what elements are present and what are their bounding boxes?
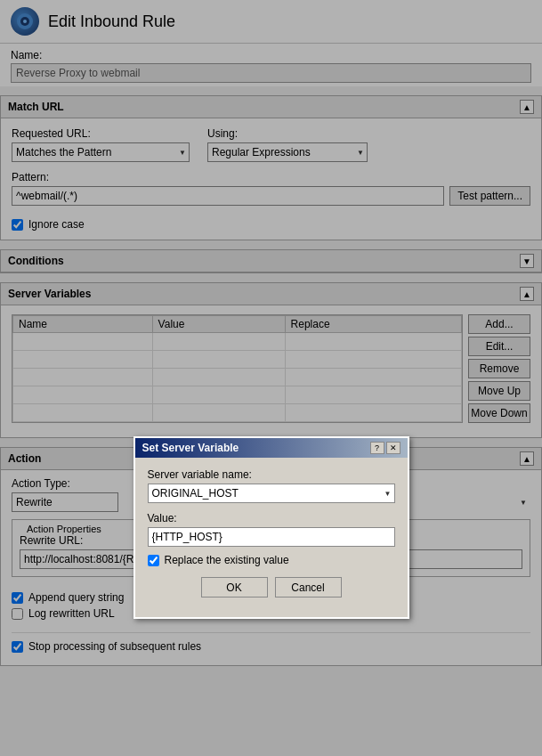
modal-close-button[interactable]: ✕ <box>386 442 400 454</box>
modal-cancel-button[interactable]: Cancel <box>275 577 342 597</box>
server-var-select[interactable]: ORIGINAL_HOST <box>148 484 395 503</box>
replace-existing-checkbox[interactable] <box>148 555 159 566</box>
modal-help-button[interactable]: ? <box>370 442 384 454</box>
modal-body: Server variable name: ORIGINAL_HOST Valu… <box>135 458 408 617</box>
modal-value-label: Value: <box>148 512 395 524</box>
set-server-variable-dialog: Set Server Variable ? ✕ Server variable … <box>133 436 409 619</box>
replace-existing-row: Replace the existing value <box>148 554 395 566</box>
modal-title: Set Server Variable <box>142 442 239 454</box>
server-var-select-wrap[interactable]: ORIGINAL_HOST <box>148 484 395 503</box>
modal-ok-button[interactable]: OK <box>201 577 268 597</box>
replace-existing-label: Replace the existing value <box>165 554 289 566</box>
modal-titlebar-buttons: ? ✕ <box>370 442 400 454</box>
modal-titlebar: Set Server Variable ? ✕ <box>135 438 408 458</box>
modal-value-input[interactable] <box>148 527 395 547</box>
modal-overlay: Set Server Variable ? ✕ Server variable … <box>0 0 542 756</box>
server-var-name-label: Server variable name: <box>148 468 395 481</box>
modal-footer: OK Cancel <box>148 577 395 606</box>
